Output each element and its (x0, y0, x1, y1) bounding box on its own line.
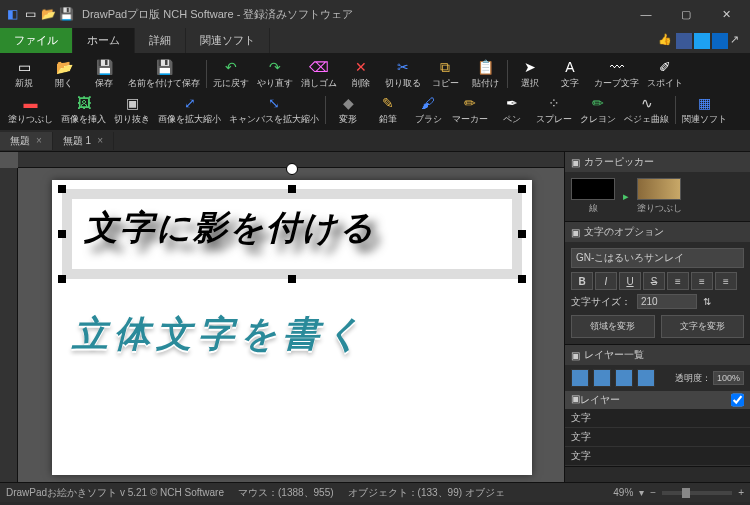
swap-colors-icon[interactable]: ▸ (621, 190, 631, 203)
canvas[interactable]: 文字に影を付ける 立体文字を書く (52, 180, 532, 475)
ruler-vertical (0, 168, 18, 482)
layer-item[interactable]: 文字 (565, 447, 750, 466)
paste-button[interactable]: 📋貼付け (465, 56, 505, 92)
layers-panel-header[interactable]: ▣ レイヤー一覧 (565, 345, 750, 365)
saveas-button[interactable]: 💾名前を付けて保存 (124, 56, 204, 92)
align-left-button[interactable]: ≡ (667, 272, 689, 290)
close-button[interactable]: ✕ (706, 0, 746, 28)
thumbsup-icon[interactable]: 👍 (658, 33, 674, 49)
quick-open-icon[interactable]: 📂 (40, 6, 56, 22)
transform-area-button[interactable]: 領域を変形 (571, 315, 655, 338)
delete-layer-button[interactable] (615, 369, 633, 387)
rotate-handle[interactable] (286, 163, 298, 175)
strike-button[interactable]: S (643, 272, 665, 290)
line-color-swatch[interactable] (571, 178, 615, 200)
font-select[interactable]: GN-こはるいろサンレイ (571, 248, 744, 268)
cut-button[interactable]: ✂切り取る (381, 56, 425, 92)
opacity-label: 透明度： (675, 372, 711, 385)
close-tab-icon[interactable]: × (97, 135, 103, 146)
status-mouse: マウス：(1388、955) (238, 486, 334, 500)
spray-button[interactable]: ⁘スプレー (532, 92, 576, 128)
share-icon[interactable]: ↗ (730, 33, 746, 49)
layer-item[interactable]: 文字 (565, 409, 750, 428)
resize-handle[interactable] (58, 185, 66, 193)
stepper-icon[interactable]: ⇅ (703, 296, 711, 307)
eyedrop-button[interactable]: ✐スポイト (643, 56, 687, 92)
facebook-icon[interactable] (676, 33, 692, 49)
resize-handle[interactable] (518, 185, 526, 193)
resize-handle[interactable] (518, 275, 526, 283)
resize-handle[interactable] (518, 230, 526, 238)
delete-button[interactable]: ✕削除 (341, 56, 381, 92)
text-button[interactable]: A文字 (550, 56, 590, 92)
bezier-button[interactable]: ∿ベジェ曲線 (620, 92, 673, 128)
redo-button[interactable]: ↷やり直す (253, 56, 297, 92)
fill-button[interactable]: ▬塗りつぶし (4, 92, 57, 128)
textopt-panel-header[interactable]: ▣ 文字のオプション (565, 222, 750, 242)
eraser-button[interactable]: ⌫消しゴム (297, 56, 341, 92)
document-tab[interactable]: 無題 1× (53, 132, 114, 150)
bold-button[interactable]: B (571, 272, 593, 290)
curvetext-button[interactable]: 〰カーブ文字 (590, 56, 643, 92)
relatedsoft-button[interactable]: ▦関連ソフト (678, 92, 731, 128)
opacity-value[interactable]: 100% (713, 371, 744, 385)
copy-button[interactable]: ⧉コピー (425, 56, 465, 92)
resize-handle[interactable] (288, 275, 296, 283)
crop-button[interactable]: ▣切り抜き (110, 92, 154, 128)
underline-button[interactable]: U (619, 272, 641, 290)
menu-file[interactable]: ファイル (0, 28, 73, 53)
duplicate-layer-button[interactable] (593, 369, 611, 387)
canvas-area[interactable]: 文字に影を付ける 立体文字を書く (0, 152, 564, 482)
quick-save-icon[interactable]: 💾 (58, 6, 74, 22)
status-object: オブジェクト：(133、99) オブジェ (348, 486, 505, 500)
pen-button[interactable]: ✒ペン (492, 92, 532, 128)
save-button[interactable]: 💾保存 (84, 56, 124, 92)
marker-button[interactable]: ✏マーカー (448, 92, 492, 128)
fill-color-swatch[interactable] (637, 178, 681, 200)
add-layer-button[interactable] (571, 369, 589, 387)
minimize-button[interactable]: — (626, 0, 666, 28)
pencil-button[interactable]: ✎鉛筆 (368, 92, 408, 128)
zoom-dropdown-icon[interactable]: ▾ (639, 487, 644, 498)
align-center-button[interactable]: ≡ (691, 272, 713, 290)
document-tab[interactable]: 無題× (0, 132, 53, 150)
twitter-icon[interactable] (694, 33, 710, 49)
align-right-button[interactable]: ≡ (715, 272, 737, 290)
zoom-out-button[interactable]: − (650, 487, 656, 498)
quick-new-icon[interactable]: ▭ (22, 6, 38, 22)
crayon-button[interactable]: ✏クレヨン (576, 92, 620, 128)
window-title: DrawPadプロ版 NCH Software - 登録済みソフトウェア (82, 7, 353, 22)
open-button[interactable]: 📂開く (44, 56, 84, 92)
zoom-in-button[interactable]: + (738, 487, 744, 498)
resize-handle[interactable] (288, 185, 296, 193)
layer-visible-checkbox[interactable] (731, 393, 744, 407)
menu-home[interactable]: ホーム (73, 28, 135, 53)
zoom-value: 49% (613, 487, 633, 498)
resize-handle[interactable] (58, 275, 66, 283)
layer-item[interactable]: 文字 (565, 428, 750, 447)
menu-related[interactable]: 関連ソフト (186, 28, 270, 53)
resizeimg-button[interactable]: ⤢画像を拡大縮小 (154, 92, 225, 128)
transform-text-button[interactable]: 文字を変形 (661, 315, 745, 338)
layer-column-header: レイヤー (580, 393, 620, 407)
brush-button[interactable]: 🖌ブラシ (408, 92, 448, 128)
app-icon: ◧ (4, 6, 20, 22)
zoom-slider[interactable] (662, 491, 732, 495)
canvas-text-2[interactable]: 立体文字を書く (72, 310, 368, 359)
select-button[interactable]: ➤選択 (510, 56, 550, 92)
transform-button[interactable]: ◆変形 (328, 92, 368, 128)
menu-detail[interactable]: 詳細 (135, 28, 186, 53)
maximize-button[interactable]: ▢ (666, 0, 706, 28)
close-tab-icon[interactable]: × (36, 135, 42, 146)
linkedin-icon[interactable] (712, 33, 728, 49)
layer-props-button[interactable] (637, 369, 655, 387)
selected-text-object[interactable]: 文字に影を付ける (62, 189, 522, 279)
undo-button[interactable]: ↶元に戻す (209, 56, 253, 92)
colorpicker-panel-header[interactable]: ▣ カラーピッカー (565, 152, 750, 172)
resizecanvas-button[interactable]: ⤡キャンバスを拡大縮小 (225, 92, 323, 128)
font-size-input[interactable] (637, 294, 697, 309)
italic-button[interactable]: I (595, 272, 617, 290)
resize-handle[interactable] (58, 230, 66, 238)
insertimg-button[interactable]: 🖼画像を挿入 (57, 92, 110, 128)
new-button[interactable]: ▭新規 (4, 56, 44, 92)
